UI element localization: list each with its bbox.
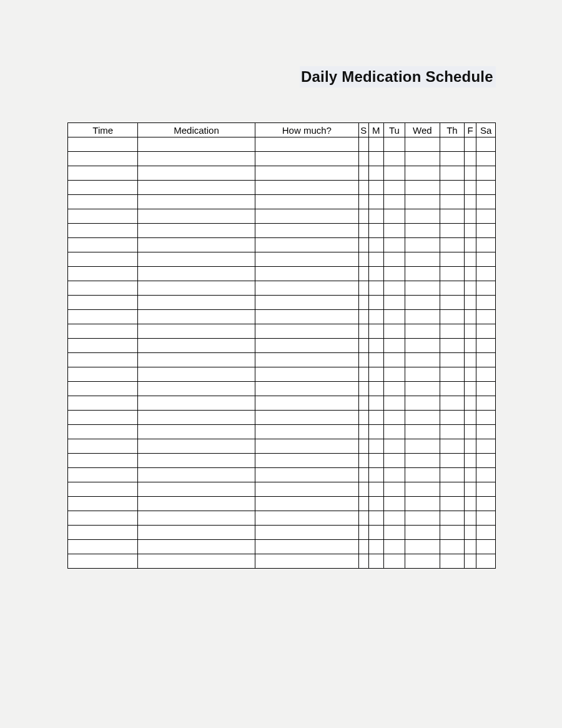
cell[interactable] <box>138 339 255 353</box>
cell[interactable] <box>138 497 255 511</box>
cell[interactable] <box>138 267 255 281</box>
cell[interactable] <box>476 367 496 382</box>
cell[interactable] <box>68 339 138 353</box>
cell[interactable] <box>138 281 255 296</box>
cell[interactable] <box>368 482 384 497</box>
cell[interactable] <box>255 367 359 382</box>
cell[interactable] <box>368 224 384 238</box>
cell[interactable] <box>476 310 496 324</box>
cell[interactable] <box>476 296 496 310</box>
cell[interactable] <box>464 281 476 296</box>
cell[interactable] <box>359 554 368 569</box>
cell[interactable] <box>255 224 359 238</box>
cell[interactable] <box>440 396 465 411</box>
cell[interactable] <box>476 181 496 195</box>
cell[interactable] <box>405 468 440 482</box>
cell[interactable] <box>138 252 255 267</box>
cell[interactable] <box>405 310 440 324</box>
cell[interactable] <box>405 540 440 554</box>
cell[interactable] <box>405 209 440 224</box>
cell[interactable] <box>138 310 255 324</box>
cell[interactable] <box>384 166 405 181</box>
cell[interactable] <box>359 367 368 382</box>
cell[interactable] <box>440 425 465 439</box>
cell[interactable] <box>359 382 368 396</box>
cell[interactable] <box>138 367 255 382</box>
cell[interactable] <box>476 396 496 411</box>
cell[interactable] <box>138 439 255 454</box>
cell[interactable] <box>68 425 138 439</box>
cell[interactable] <box>476 526 496 540</box>
cell[interactable] <box>368 166 384 181</box>
cell[interactable] <box>405 238 440 252</box>
cell[interactable] <box>359 425 368 439</box>
cell[interactable] <box>255 281 359 296</box>
cell[interactable] <box>464 137 476 152</box>
cell[interactable] <box>255 166 359 181</box>
cell[interactable] <box>138 353 255 367</box>
cell[interactable] <box>440 511 465 526</box>
cell[interactable] <box>368 439 384 454</box>
cell[interactable] <box>255 482 359 497</box>
cell[interactable] <box>138 324 255 339</box>
cell[interactable] <box>464 296 476 310</box>
cell[interactable] <box>368 267 384 281</box>
cell[interactable] <box>68 209 138 224</box>
cell[interactable] <box>255 382 359 396</box>
cell[interactable] <box>68 511 138 526</box>
cell[interactable] <box>405 454 440 468</box>
cell[interactable] <box>368 296 384 310</box>
cell[interactable] <box>440 554 465 569</box>
cell[interactable] <box>368 411 384 425</box>
cell[interactable] <box>384 367 405 382</box>
cell[interactable] <box>440 296 465 310</box>
cell[interactable] <box>138 425 255 439</box>
cell[interactable] <box>464 166 476 181</box>
cell[interactable] <box>138 152 255 166</box>
cell[interactable] <box>464 252 476 267</box>
cell[interactable] <box>359 166 368 181</box>
cell[interactable] <box>405 267 440 281</box>
cell[interactable] <box>138 526 255 540</box>
cell[interactable] <box>359 411 368 425</box>
cell[interactable] <box>368 195 384 209</box>
cell[interactable] <box>476 281 496 296</box>
cell[interactable] <box>255 209 359 224</box>
cell[interactable] <box>68 439 138 454</box>
cell[interactable] <box>440 166 465 181</box>
cell[interactable] <box>405 137 440 152</box>
cell[interactable] <box>464 411 476 425</box>
cell[interactable] <box>440 411 465 425</box>
cell[interactable] <box>68 382 138 396</box>
cell[interactable] <box>68 310 138 324</box>
cell[interactable] <box>138 468 255 482</box>
cell[interactable] <box>476 382 496 396</box>
cell[interactable] <box>359 152 368 166</box>
cell[interactable] <box>138 224 255 238</box>
cell[interactable] <box>476 339 496 353</box>
cell[interactable] <box>476 152 496 166</box>
cell[interactable] <box>384 511 405 526</box>
cell[interactable] <box>476 554 496 569</box>
cell[interactable] <box>384 209 405 224</box>
cell[interactable] <box>476 497 496 511</box>
cell[interactable] <box>68 181 138 195</box>
cell[interactable] <box>476 267 496 281</box>
cell[interactable] <box>476 137 496 152</box>
cell[interactable] <box>384 526 405 540</box>
cell[interactable] <box>68 367 138 382</box>
cell[interactable] <box>138 382 255 396</box>
cell[interactable] <box>255 511 359 526</box>
cell[interactable] <box>384 339 405 353</box>
cell[interactable] <box>384 238 405 252</box>
cell[interactable] <box>68 137 138 152</box>
cell[interactable] <box>68 554 138 569</box>
cell[interactable] <box>68 195 138 209</box>
cell[interactable] <box>384 454 405 468</box>
cell[interactable] <box>405 339 440 353</box>
cell[interactable] <box>255 396 359 411</box>
cell[interactable] <box>359 497 368 511</box>
cell[interactable] <box>368 468 384 482</box>
cell[interactable] <box>368 526 384 540</box>
cell[interactable] <box>405 382 440 396</box>
